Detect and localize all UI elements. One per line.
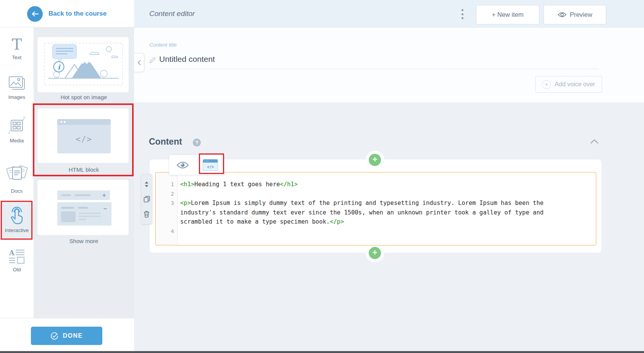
code-glyph: </> xyxy=(57,125,111,153)
editor-view-toggle: </> xyxy=(169,155,224,175)
check-circle-icon xyxy=(50,332,58,340)
old-layout-icon: A xyxy=(0,249,34,265)
add-block-below-button[interactable]: + xyxy=(369,247,381,259)
code-line[interactable] xyxy=(180,189,596,199)
gutter-line-number xyxy=(156,208,177,218)
hotspot-block-label: Hot spot on image xyxy=(34,94,134,100)
gutter-line-number: 4 xyxy=(156,227,177,236)
sidebar-item-text[interactable]: T Text xyxy=(0,36,34,60)
pencil-icon[interactable] xyxy=(149,57,155,65)
done-label: DONE xyxy=(63,332,82,339)
sidebar-item-label: Images xyxy=(0,94,34,100)
help-icon[interactable]: ? xyxy=(193,139,201,147)
page-title: Content editor xyxy=(149,0,195,27)
gutter-line-number: 3 xyxy=(156,198,177,208)
code-line[interactable] xyxy=(180,227,596,236)
left-arrow-icon xyxy=(31,11,39,17)
trash-icon xyxy=(144,211,150,218)
show-more-label: Show more xyxy=(34,238,134,244)
new-item-label: + New item xyxy=(492,11,524,18)
gutter-line-number: 1 xyxy=(156,180,177,189)
category-rail: T Text Images xyxy=(0,27,34,318)
editor-gutter: 1234 xyxy=(156,172,178,245)
panel-footer: DONE xyxy=(0,318,134,353)
gutter-line-number xyxy=(156,217,177,227)
sidebar-item-label: Docs xyxy=(0,188,34,194)
sidebar-item-label: Interactive xyxy=(0,227,34,233)
sidebar-item-interactive[interactable]: Interactive xyxy=(0,201,34,240)
html-block-label: HTML block xyxy=(34,166,134,173)
svg-text:A: A xyxy=(9,249,15,257)
hotspot-block-card[interactable]: i xyxy=(37,37,129,93)
eye-icon xyxy=(176,161,189,169)
chevron-left-icon xyxy=(137,60,141,65)
collapse-panel-tab[interactable] xyxy=(134,53,144,72)
add-voice-over-label: Add voice over xyxy=(555,81,595,88)
eye-icon xyxy=(558,12,567,18)
code-line[interactable]: <h1>Heading 1 text goes here</h1> xyxy=(180,180,596,189)
course-header: Back to the course xyxy=(0,0,134,27)
sidebar-item-label: Media xyxy=(0,138,34,143)
gutter-line-number: 2 xyxy=(156,189,177,199)
docs-icon xyxy=(0,162,34,186)
content-title-label: Content title xyxy=(149,42,177,48)
sidebar-item-images[interactable]: Images xyxy=(0,75,34,100)
html-block-card[interactable]: </> xyxy=(37,108,129,163)
show-more-illustration: + – xyxy=(57,190,111,226)
duplicate-block-button[interactable] xyxy=(142,195,151,204)
preview-button[interactable]: Preview xyxy=(544,5,606,24)
chevron-up-icon[interactable] xyxy=(590,139,599,145)
editor-header: Content editor + New item Preview xyxy=(134,0,644,27)
sidebar-item-docs[interactable]: Docs xyxy=(0,162,34,194)
text-icon: T xyxy=(0,36,34,53)
delete-block-button[interactable] xyxy=(142,210,151,219)
preview-label: Preview xyxy=(570,11,592,18)
window-bottom-edge xyxy=(0,351,644,353)
hotspot-illustration: i xyxy=(43,42,124,88)
title-underline xyxy=(149,69,599,69)
media-icon: ♪ ♪ xyxy=(0,116,34,136)
back-button[interactable] xyxy=(27,6,43,22)
preview-view-tab[interactable] xyxy=(169,155,197,175)
html-block-illustration: </> xyxy=(57,119,111,153)
content-editor-window: Back to the course Content editor + New … xyxy=(0,0,644,353)
kebab-menu-icon[interactable] xyxy=(459,9,466,19)
sidebar-item-label: Old xyxy=(0,267,34,272)
code-view-tab[interactable]: </> xyxy=(197,155,224,175)
content-section-title: Content xyxy=(149,137,182,147)
new-item-button[interactable]: + New item xyxy=(476,5,539,24)
block-type-panel: i Hot spot on image </> HTML block + xyxy=(34,27,134,318)
svg-text:♪: ♪ xyxy=(8,130,11,135)
svg-text:♪: ♪ xyxy=(22,116,25,121)
sidebar-item-old[interactable]: A Old xyxy=(0,249,34,272)
code-window-icon: </> xyxy=(203,159,218,171)
plus-circle-dashed-icon: + xyxy=(542,80,551,89)
copy-icon xyxy=(144,196,150,203)
block-toolbar xyxy=(141,174,152,224)
code-line[interactable]: <p>Lorem Ipsum is simply dummy text of t… xyxy=(180,198,596,208)
sidebar-item-media[interactable]: ♪ ♪ Media xyxy=(0,116,34,143)
content-title-input[interactable]: Untitled content xyxy=(159,55,215,64)
move-block-button[interactable] xyxy=(142,180,151,189)
code-line[interactable]: scrambled it to make a type specimen boo… xyxy=(180,217,596,227)
sidebar-item-label: Text xyxy=(0,55,34,60)
show-more-card[interactable]: + – xyxy=(37,179,129,235)
html-code-editor[interactable]: 1234 <h1>Heading 1 text goes here</h1><p… xyxy=(155,172,596,245)
add-voice-over-button[interactable]: + Add voice over xyxy=(535,76,602,93)
sort-arrows-icon xyxy=(144,181,149,187)
interactive-tap-icon xyxy=(0,206,34,226)
editor-code-rows[interactable]: <h1>Heading 1 text goes here</h1><p>Lore… xyxy=(178,172,596,245)
back-to-course-link[interactable]: Back to the course xyxy=(48,0,107,27)
images-icon xyxy=(0,75,34,92)
add-block-above-button[interactable]: + xyxy=(369,154,381,166)
done-button[interactable]: DONE xyxy=(31,327,102,345)
code-line[interactable]: industry's standard dummy text ever sinc… xyxy=(180,208,596,218)
